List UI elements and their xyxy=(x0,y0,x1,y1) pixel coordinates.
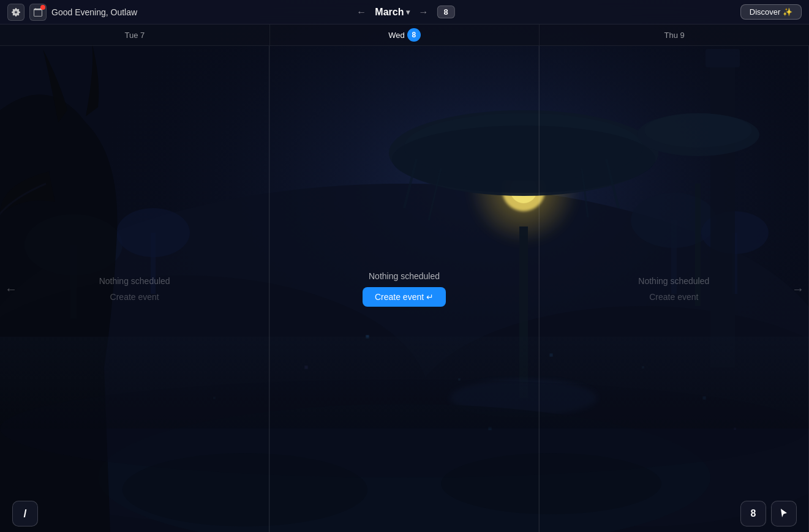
nothing-scheduled-tue: Nothing scheduled xyxy=(99,276,170,286)
day-column-wed: Nothing scheduled Create event ↵ xyxy=(269,46,539,532)
slash-button[interactable]: / xyxy=(12,501,38,526)
month-title[interactable]: March ▾ xyxy=(375,7,410,18)
header-right: Discover ✨ xyxy=(740,4,802,20)
day-column-thu: Nothing scheduled Create event xyxy=(540,46,809,532)
right-edge-arrow[interactable]: → xyxy=(792,282,804,296)
header-center: ← March ▾ → 8 xyxy=(354,6,454,19)
nothing-scheduled-wed: Nothing scheduled xyxy=(369,271,440,281)
create-event-button[interactable]: Create event ↵ xyxy=(363,287,446,307)
prev-nav-arrow[interactable]: ← xyxy=(354,6,369,19)
left-edge-arrow[interactable]: ← xyxy=(5,282,17,296)
dropdown-icon: ▾ xyxy=(406,8,410,17)
header: Good Evening, Outlaw ← March ▾ → 8 Disco… xyxy=(0,0,809,24)
month-nav: March ▾ xyxy=(375,7,410,18)
nothing-scheduled-thu: Nothing scheduled xyxy=(638,276,709,286)
day-number-badge[interactable]: 8 xyxy=(437,6,454,18)
calendar-icon-wrap xyxy=(29,4,47,21)
header-left: Good Evening, Outlaw xyxy=(7,4,137,21)
bottom-bar: / 8 xyxy=(0,495,809,532)
day-header-thu: Thu 9 xyxy=(540,24,809,45)
day-header-label-thu: Thu 9 xyxy=(664,31,685,40)
notification-dot xyxy=(40,5,45,10)
today-circle: 8 xyxy=(407,28,421,42)
day-header-label-wed: Wed xyxy=(388,31,405,40)
greeting-text: Good Evening, Outlaw xyxy=(51,7,137,17)
days-header: Tue 7 Wed 8 Thu 9 xyxy=(0,24,809,46)
next-nav-arrow[interactable]: → xyxy=(416,6,431,19)
cursor-button[interactable] xyxy=(771,501,797,526)
discover-button[interactable]: Discover ✨ xyxy=(740,4,802,20)
day-header-label-tue: Tue 7 xyxy=(124,31,145,40)
today-bottom-button[interactable]: 8 xyxy=(740,501,766,526)
create-event-text-thu[interactable]: Create event xyxy=(649,292,698,302)
day-column-tue: Nothing scheduled Create event xyxy=(0,46,269,532)
month-label: March xyxy=(375,7,404,18)
day-header-wed: Wed 8 xyxy=(270,24,540,45)
day-header-tue: Tue 7 xyxy=(0,24,270,45)
calendar-area: ← Nothing scheduled Create event Nothing… xyxy=(0,46,809,532)
bottom-right-controls: 8 xyxy=(740,501,797,526)
settings-button[interactable] xyxy=(7,4,24,21)
create-event-text-tue[interactable]: Create event xyxy=(110,292,159,302)
create-event-label: Create event ↵ xyxy=(375,292,434,302)
gear-icon xyxy=(12,8,20,17)
cursor-icon xyxy=(779,509,789,519)
